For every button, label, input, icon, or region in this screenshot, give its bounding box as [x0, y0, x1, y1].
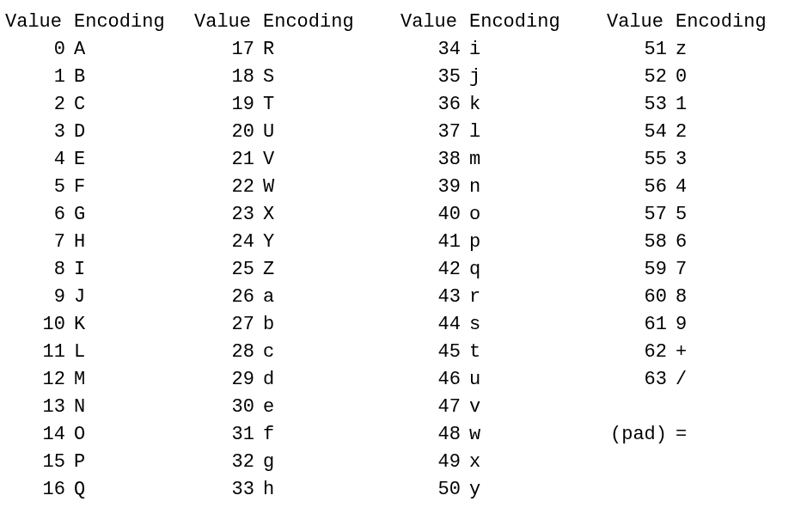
- cell-encoding: 4: [667, 174, 770, 201]
- cell-value: 8: [5, 256, 65, 284]
- cell-value: 48: [400, 421, 461, 449]
- cell-value: 35: [400, 64, 461, 91]
- table-row: 31f: [194, 421, 400, 449]
- table-row: 597: [607, 256, 796, 284]
- cell-encoding: /: [667, 366, 770, 394]
- table-row: 586: [607, 229, 796, 256]
- cell-encoding: j: [461, 64, 564, 91]
- table-row: 15P: [5, 449, 194, 476]
- cell-encoding: +: [667, 339, 770, 366]
- cell-value: 21: [194, 146, 254, 174]
- cell-encoding: 3: [667, 146, 770, 174]
- table-row: 26a: [194, 284, 400, 311]
- cell-encoding: 6: [667, 229, 770, 256]
- cell-value: 49: [400, 449, 461, 476]
- cell-value: 6: [5, 201, 65, 229]
- cell-value: 32: [194, 449, 254, 476]
- cell-value: 12: [5, 366, 65, 394]
- cell-value: 9: [5, 284, 65, 311]
- cell-encoding: o: [461, 201, 564, 229]
- cell-value: 4: [5, 146, 65, 174]
- cell-encoding: u: [461, 366, 564, 394]
- table-row: 575: [607, 201, 796, 229]
- cell-value: 27: [194, 311, 254, 339]
- cell-value: 47: [400, 394, 461, 421]
- cell-value: 38: [400, 146, 461, 174]
- table-row: 619: [607, 311, 796, 339]
- cell-value: 62: [607, 339, 667, 366]
- cell-value: 26: [194, 284, 254, 311]
- table-row: 564: [607, 174, 796, 201]
- table-row: 48w: [400, 421, 607, 449]
- column-4: Value Encoding 51z 520 531 542 553 564 5…: [607, 9, 796, 504]
- table-row: 6G: [5, 201, 194, 229]
- cell-encoding: k: [461, 91, 564, 119]
- cell-value: 61: [607, 311, 667, 339]
- cell-encoding: P: [65, 449, 168, 476]
- table-row: 29d: [194, 366, 400, 394]
- table-row: 21V: [194, 146, 400, 174]
- cell-encoding: e: [254, 394, 358, 421]
- column-2: Value Encoding 17R 18S 19T 20U 21V 22W 2…: [194, 9, 400, 504]
- header-value: Value: [400, 9, 461, 36]
- cell-value: 46: [400, 366, 461, 394]
- table-row: 5F: [5, 174, 194, 201]
- cell-value: 13: [5, 394, 65, 421]
- cell-encoding: 1: [667, 91, 770, 119]
- table-row: 63/: [607, 366, 796, 394]
- cell-value: 17: [194, 36, 254, 64]
- header-value: Value: [607, 9, 667, 36]
- cell-encoding: C: [65, 91, 168, 119]
- cell-value: 51: [607, 36, 667, 64]
- cell-encoding: O: [65, 421, 168, 449]
- cell-value: 18: [194, 64, 254, 91]
- table-row: 10K: [5, 311, 194, 339]
- column-header: Value Encoding: [194, 9, 400, 36]
- cell-encoding: H: [65, 229, 168, 256]
- table-row: 51z: [607, 36, 796, 64]
- cell-encoding: a: [254, 284, 358, 311]
- cell-value: 3: [5, 119, 65, 146]
- cell-value: 56: [607, 174, 667, 201]
- table-row: 45t: [400, 339, 607, 366]
- cell-value: 37: [400, 119, 461, 146]
- cell-value: 16: [5, 476, 65, 504]
- cell-encoding: 9: [667, 311, 770, 339]
- cell-value: 53: [607, 91, 667, 119]
- cell-value: 45: [400, 339, 461, 366]
- column-header: Value Encoding: [5, 9, 194, 36]
- cell-encoding: x: [461, 449, 564, 476]
- cell-value: 22: [194, 174, 254, 201]
- table-row: 36k: [400, 91, 607, 119]
- cell-value: 28: [194, 339, 254, 366]
- cell-value: 34: [400, 36, 461, 64]
- pad-label: (pad): [607, 421, 667, 449]
- cell-value: 29: [194, 366, 254, 394]
- cell-value: 14: [5, 421, 65, 449]
- cell-encoding: N: [65, 394, 168, 421]
- cell-value: 15: [5, 449, 65, 476]
- pad-row: (pad)=: [607, 421, 796, 449]
- cell-encoding: s: [461, 311, 564, 339]
- cell-encoding: X: [254, 201, 358, 229]
- cell-value: 30: [194, 394, 254, 421]
- cell-value: 43: [400, 284, 461, 311]
- table-row: 23X: [194, 201, 400, 229]
- cell-encoding: 0: [667, 64, 770, 91]
- header-encoding: Encoding: [254, 9, 358, 36]
- table-row: 62+: [607, 339, 796, 366]
- cell-encoding: n: [461, 174, 564, 201]
- cell-encoding: F: [65, 174, 168, 201]
- table-row: 1B: [5, 64, 194, 91]
- cell-encoding: r: [461, 284, 564, 311]
- cell-encoding: 5: [667, 201, 770, 229]
- column-header: Value Encoding: [607, 9, 796, 36]
- cell-encoding: A: [65, 36, 168, 64]
- table-row: 8I: [5, 256, 194, 284]
- cell-encoding: T: [254, 91, 358, 119]
- cell-encoding: R: [254, 36, 358, 64]
- cell-value: 10: [5, 311, 65, 339]
- table-row: 50y: [400, 476, 607, 504]
- cell-encoding: Z: [254, 256, 358, 284]
- cell-encoding: L: [65, 339, 168, 366]
